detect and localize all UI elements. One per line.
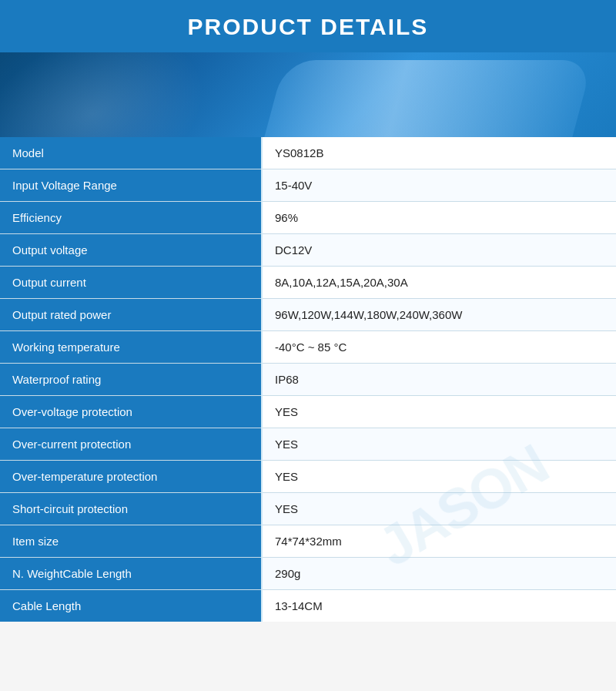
- page-title: PRODUCT DETAILS: [15, 14, 601, 40]
- table-row: ModelYS0812B: [0, 137, 616, 169]
- table-row: Cable Length13-14CM: [0, 590, 616, 622]
- table-row: Over-current protectionYES: [0, 428, 616, 461]
- spec-label: Over-current protection: [0, 428, 262, 461]
- table-row: Efficiency96%: [0, 202, 616, 234]
- spec-label: Input Voltage Range: [0, 169, 262, 202]
- spec-value: 96W,120W,144W,180W,240W,360W: [262, 299, 616, 331]
- table-row: Short-circuit protectionYES: [0, 493, 616, 525]
- table-row: Item size74*74*32mm: [0, 525, 616, 558]
- spec-table: ModelYS0812BInput Voltage Range15-40VEff…: [0, 137, 616, 622]
- spec-label: Cable Length: [0, 590, 262, 622]
- spec-value: 96%: [262, 202, 616, 234]
- spec-label: Over-temperature protection: [0, 461, 262, 493]
- table-row: Output rated power96W,120W,144W,180W,240…: [0, 299, 616, 331]
- table-row: Working temperature-40°C ~ 85 °C: [0, 331, 616, 364]
- spec-value: 15-40V: [262, 169, 616, 202]
- header-section: PRODUCT DETAILS: [0, 0, 616, 52]
- table-row: Output current8A,10A,12A,15A,20A,30A: [0, 267, 616, 299]
- spec-value: -40°C ~ 85 °C: [262, 331, 616, 364]
- spec-value: YS0812B: [262, 137, 616, 169]
- spec-label: Efficiency: [0, 202, 262, 234]
- spec-value: 13-14CM: [262, 590, 616, 622]
- spec-value: YES: [262, 493, 616, 525]
- spec-value: 8A,10A,12A,15A,20A,30A: [262, 267, 616, 299]
- table-row: N. WeightCable Length290g: [0, 558, 616, 590]
- spec-label: Model: [0, 137, 262, 169]
- spec-label: Short-circuit protection: [0, 493, 262, 525]
- table-row: Output voltageDC12V: [0, 234, 616, 267]
- spec-value: 74*74*32mm: [262, 525, 616, 558]
- table-row: Waterproof ratingIP68: [0, 364, 616, 396]
- spec-label: Waterproof rating: [0, 364, 262, 396]
- banner-image: [0, 52, 616, 137]
- spec-label: Output current: [0, 267, 262, 299]
- spec-label: N. WeightCable Length: [0, 558, 262, 590]
- table-row: Over-voltage protectionYES: [0, 396, 616, 428]
- spec-label: Output voltage: [0, 234, 262, 267]
- spec-value: YES: [262, 428, 616, 461]
- spec-value: DC12V: [262, 234, 616, 267]
- spec-label: Item size: [0, 525, 262, 558]
- spec-value: YES: [262, 396, 616, 428]
- spec-label: Output rated power: [0, 299, 262, 331]
- page-wrapper: PRODUCT DETAILS ModelYS0812BInput Voltag…: [0, 0, 616, 691]
- spec-value: 290g: [262, 558, 616, 590]
- specs-table-section: ModelYS0812BInput Voltage Range15-40VEff…: [0, 137, 616, 691]
- spec-label: Working temperature: [0, 331, 262, 364]
- spec-value: IP68: [262, 364, 616, 396]
- spec-label: Over-voltage protection: [0, 396, 262, 428]
- spec-value: YES: [262, 461, 616, 493]
- table-row: Over-temperature protectionYES: [0, 461, 616, 493]
- table-row: Input Voltage Range15-40V: [0, 169, 616, 202]
